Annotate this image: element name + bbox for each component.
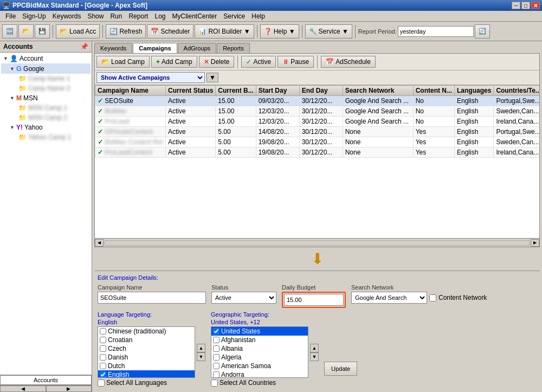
scheduler-button[interactable]: 📅 Scheduler [147, 24, 193, 38]
sidebar-item-google-camp2[interactable]: 📁 Camp Name 2 [1, 83, 91, 93]
load-acc-button[interactable]: 📂 Load Acc [56, 24, 100, 38]
tab-adgroups[interactable]: AdGroups [178, 43, 217, 53]
sidebar-pin-icon[interactable]: 📌 [80, 43, 88, 50]
update-button[interactable]: Update [324, 362, 357, 376]
select-all-languages[interactable]: Select All Languages [98, 379, 205, 387]
scroll-right-button[interactable]: ▶ [531, 239, 539, 247]
active-button[interactable]: ✓ Active [241, 56, 276, 68]
menu-help[interactable]: Help [248, 11, 268, 21]
sidebar-item-yahoo[interactable]: ▼ Y! Yahoo [1, 123, 91, 132]
tab-reports[interactable]: Reports [217, 43, 250, 53]
report-period-refresh[interactable]: 🔄 [475, 24, 490, 38]
sidebar-tab-accounts[interactable]: Accounts [0, 375, 92, 385]
geo-item-us[interactable]: United States [211, 327, 308, 336]
col-budget[interactable]: Current B... [216, 86, 256, 96]
geo-list[interactable]: United States Afghanistan Albania [211, 326, 308, 378]
menu-run[interactable]: Run [107, 11, 125, 21]
col-search-network[interactable]: Search Network [343, 86, 413, 96]
sidebar-scroll-left[interactable]: ◀ [0, 385, 46, 392]
geo-item-ams[interactable]: American Samoa [211, 362, 308, 370]
table-row[interactable]: ✓ ProLeadContentActive5.0019/08/20...30/… [95, 147, 540, 158]
menu-log[interactable]: Log [151, 11, 169, 21]
table-row[interactable]: ✓ ProLeadActive15.0012/03/20...30/12/20.… [95, 117, 540, 127]
scroll-left-button[interactable]: ◀ [95, 239, 104, 247]
menu-myclientcenter[interactable]: MyClientCenter [169, 11, 221, 21]
menu-report[interactable]: Report [125, 11, 151, 21]
sidebar-item-google-camp1[interactable]: 📁 Camp Name 1 [1, 74, 91, 83]
maximize-button[interactable]: □ [521, 2, 530, 9]
lang-item-danish[interactable]: Danish [98, 353, 195, 362]
window-controls[interactable]: ─ □ ✕ [512, 2, 540, 9]
table-row[interactable]: ✓ BidMaxActive15.0012/03/20...30/12/20..… [95, 106, 540, 117]
lang-checkbox-danish[interactable] [100, 354, 106, 361]
geo-item-alb[interactable]: Albania [211, 344, 308, 353]
menu-signup[interactable]: Sign-Up [19, 11, 49, 21]
lang-scroll-down[interactable]: ▼ [197, 352, 205, 361]
sidebar-item-msn[interactable]: ▼ M MSN [1, 93, 91, 103]
geo-checkbox-us[interactable] [213, 328, 220, 335]
lang-checkbox-czech[interactable] [100, 345, 106, 352]
menu-service[interactable]: Service [220, 11, 248, 21]
geo-scroll-up[interactable]: ▲ [310, 344, 319, 352]
menu-keywords[interactable]: Keywords [49, 11, 85, 21]
geo-checkbox-alg[interactable] [213, 354, 220, 361]
menu-show[interactable]: Show [84, 11, 107, 21]
search-network-select[interactable]: Google And Search Google Only Search Par… [351, 292, 427, 304]
report-period-input[interactable] [398, 26, 474, 37]
adschedule-button[interactable]: 📅 AdSchedule [321, 56, 376, 68]
lang-item-chinese-trad[interactable]: Chinese (traditional) [98, 327, 195, 336]
minimize-button[interactable]: ─ [512, 2, 520, 9]
lang-checkbox-english[interactable] [100, 371, 106, 378]
col-content-network[interactable]: Content N... [413, 86, 454, 96]
roi-builder-button[interactable]: 📊 ROI Builder ▼ [195, 24, 254, 38]
pause-button[interactable]: ⏸ Pause [278, 56, 314, 68]
sidebar-item-msn-camp2[interactable]: 📁 MSN Camp 2 [1, 113, 91, 123]
col-languages[interactable]: Languages [455, 86, 494, 96]
geo-checkbox-and[interactable] [213, 371, 220, 378]
sidebar-item-msn-camp1[interactable]: 📁 MSN Camp 1 [1, 103, 91, 113]
delete-button[interactable]: ✕ Delete [199, 56, 235, 68]
col-campaign-name[interactable]: Campaign Name [95, 86, 166, 96]
tab-campaigns[interactable]: Campaigns [133, 43, 177, 53]
select-all-lang-checkbox[interactable] [98, 380, 105, 387]
table-row[interactable]: ✓ GPrivateContentActive5.0014/08/20...30… [95, 127, 540, 137]
tab-keywords[interactable]: Keywords [94, 43, 132, 53]
add-camp-button[interactable]: + Add Camp [151, 56, 197, 68]
lang-item-croatian[interactable]: Croatian [98, 336, 195, 344]
geo-checkbox-ams[interactable] [213, 363, 220, 369]
sidebar-item-account[interactable]: ▼ 👤 Account [1, 54, 91, 63]
sidebar-item-yahoo-camp1[interactable]: 📁 Yahoo Camp 1 [1, 132, 91, 142]
daily-budget-input[interactable] [284, 294, 344, 306]
lang-scroll-up[interactable]: ▲ [197, 344, 205, 352]
col-start[interactable]: Start Day [256, 86, 299, 96]
geo-item-afg[interactable]: Afghanistan [211, 336, 308, 344]
close-button[interactable]: ✕ [531, 2, 540, 9]
geo-checkbox-afg[interactable] [213, 337, 220, 343]
lang-checkbox-croatian[interactable] [100, 337, 106, 343]
col-end[interactable]: End Day [299, 86, 343, 96]
table-row[interactable]: ✓ BidMax Content RetActive5.0019/08/20..… [95, 137, 540, 147]
campaign-name-input[interactable] [98, 292, 206, 304]
service-button[interactable]: 🔧 Service ▼ [305, 24, 352, 38]
help-button[interactable]: ❓ Help ▼ [260, 24, 299, 38]
lang-checkbox-dutch[interactable] [100, 363, 106, 369]
geo-item-alg[interactable]: Algeria [211, 353, 308, 362]
menu-file[interactable]: File [2, 11, 19, 21]
open-button[interactable]: 📂 [18, 24, 34, 38]
select-all-countries[interactable]: Select All Countries [211, 379, 319, 387]
col-status[interactable]: Current Status [166, 86, 216, 96]
scroll-thumb[interactable] [105, 240, 530, 246]
geo-scroll-down[interactable]: ▼ [310, 352, 319, 361]
filter-dropdown-icon[interactable]: ▼ [207, 73, 218, 82]
lang-item-dutch[interactable]: Dutch [98, 362, 195, 370]
status-select[interactable]: Active Paused Deleted [211, 292, 276, 304]
load-camp-button[interactable]: 📂 Load Camp [96, 56, 150, 68]
content-network-checkbox[interactable] [429, 294, 436, 301]
horizontal-scrollbar[interactable]: ◀ ▶ [95, 238, 539, 247]
table-row[interactable]: ✓ SEOSuiteActive15.0009/03/20...30/12/20… [95, 96, 540, 106]
lang-item-czech[interactable]: Czech [98, 344, 195, 353]
lang-checkbox-chinese-trad[interactable] [100, 328, 106, 335]
refresh-button[interactable]: 🔄 Refresh [106, 24, 146, 38]
new-button[interactable]: 🆕 [2, 24, 17, 38]
sidebar-scroll-right[interactable]: ▶ [46, 385, 92, 392]
